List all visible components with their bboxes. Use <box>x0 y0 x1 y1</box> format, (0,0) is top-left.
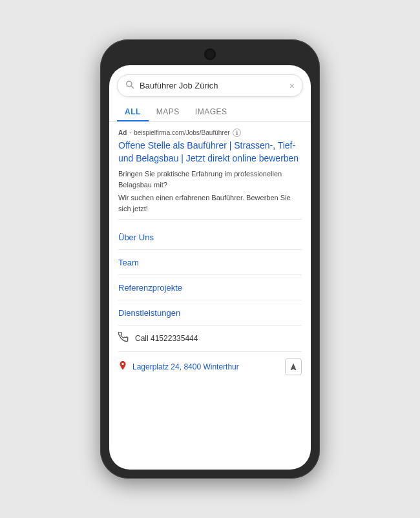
svg-point-0 <box>127 81 132 87</box>
sitelink-dienstleistungen-label: Dienstleistungen <box>118 308 180 318</box>
tab-images[interactable]: IMAGES <box>187 103 235 121</box>
navigate-button[interactable] <box>285 358 302 375</box>
phone-icon <box>118 332 129 345</box>
ad-desc-2: Wir suchen einen erfahrenen Bauführer. B… <box>118 192 302 214</box>
sitelink-team[interactable]: Team <box>118 250 302 275</box>
call-number: Call 41522335444 <box>135 334 198 343</box>
ad-header: Ad · beispielfirma.com/Jobs/Bauführer ℹ <box>118 129 302 137</box>
ad-url: beispielfirma.com/Jobs/Bauführer <box>134 129 229 136</box>
ad-title[interactable]: Offene Stelle als Bauführer | Strassen-,… <box>118 140 302 165</box>
address-row[interactable]: Lagerplatz 24, 8400 Winterthur <box>118 352 302 382</box>
address-text: Lagerplatz 24, 8400 Winterthur <box>132 362 280 371</box>
search-query: Bauführer Job Zürich <box>140 81 289 90</box>
sitelink-team-label: Team <box>118 258 139 267</box>
svg-line-1 <box>131 86 134 88</box>
ad-desc-1: Bringen Sie praktische Erfahrung im prof… <box>118 169 302 190</box>
divider-1 <box>118 219 302 220</box>
sitelink-uber-uns[interactable]: Über Uns <box>118 225 302 250</box>
phone-screen: Bauführer Job Zürich × ALL MAPS IMAGES A… <box>109 65 311 470</box>
search-bar[interactable]: Bauführer Job Zürich × <box>117 74 303 97</box>
tab-all[interactable]: ALL <box>117 103 149 121</box>
search-tabs: ALL MAPS IMAGES <box>109 103 311 122</box>
sitelink-referenzprojekte-label: Referenzprojekte <box>118 283 182 293</box>
tab-maps[interactable]: MAPS <box>149 103 187 121</box>
search-icon <box>125 80 134 91</box>
call-row[interactable]: Call 41522335444 <box>118 326 302 352</box>
location-pin-icon <box>118 361 127 373</box>
ad-info-icon[interactable]: ℹ <box>233 129 241 137</box>
sitelink-referenzprojekte[interactable]: Referenzprojekte <box>118 275 302 300</box>
phone-frame: Bauführer Job Zürich × ALL MAPS IMAGES A… <box>100 39 320 479</box>
phone-notch <box>204 48 216 60</box>
sitelink-uber-uns-label: Über Uns <box>118 233 154 242</box>
sitelink-dienstleistungen[interactable]: Dienstleistungen <box>118 300 302 326</box>
search-clear-button[interactable]: × <box>289 81 295 91</box>
search-results: Ad · beispielfirma.com/Jobs/Bauführer ℹ … <box>109 122 311 470</box>
ad-label: Ad <box>118 129 127 136</box>
